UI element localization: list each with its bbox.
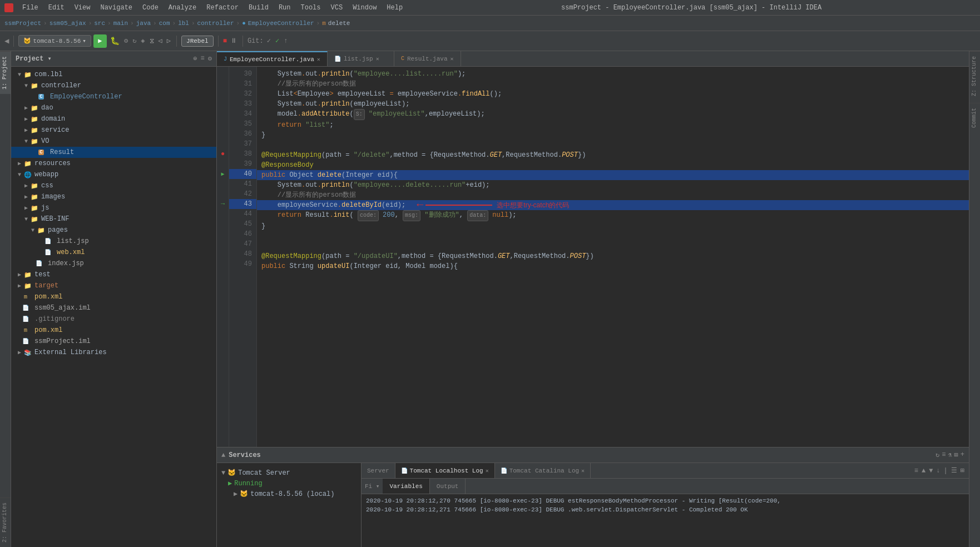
tree-item-webapp[interactable]: ▼ 🌐 webapp <box>11 169 216 180</box>
project-tab[interactable]: 1: Project <box>0 51 11 94</box>
profile-icon[interactable]: ⧖ <box>150 37 154 45</box>
var-tab-output[interactable]: Output <box>430 479 466 494</box>
tree-item-indexjsp[interactable]: 📄 index.jsp <box>11 258 216 269</box>
log-content[interactable]: 2020-10-19 20:28:12,270 745665 [io-8080-… <box>362 494 969 547</box>
back-btn[interactable]: ◀ <box>4 36 9 46</box>
services-filter-icon[interactable]: ⚗ <box>948 451 952 459</box>
close-tab-0[interactable]: ✕ <box>317 56 320 63</box>
close-log-tab[interactable]: ✕ <box>486 468 489 474</box>
tree-item-domain[interactable]: ▶ 📁 domain <box>11 113 216 125</box>
crumb-src[interactable]: src <box>94 20 105 27</box>
menu-file[interactable]: File <box>18 3 43 13</box>
close-tab-1[interactable]: ✕ <box>376 56 379 62</box>
crumb-main[interactable]: main <box>113 20 128 27</box>
menu-view[interactable]: View <box>70 3 95 13</box>
tree-item-controller[interactable]: ▼ 📁 controller <box>11 80 216 91</box>
tree-item-test[interactable]: ▶ 📁 test <box>11 269 216 280</box>
debug-icon[interactable]: 🐛 <box>110 36 120 46</box>
tree-item-css[interactable]: ▶ 📁 css <box>11 180 216 191</box>
tree-item-extlibs[interactable]: ▶ 📚 External Libraries <box>11 347 216 358</box>
services-sort-icon[interactable]: ≡ <box>942 451 946 459</box>
menu-code[interactable]: Code <box>138 3 163 13</box>
crumb-lbl[interactable]: lbl <box>178 20 189 27</box>
log-icon5[interactable]: | <box>944 467 948 475</box>
server-running-item[interactable]: ▶ Running <box>217 478 361 489</box>
add-icon[interactable]: ⊕ <box>193 54 197 63</box>
tree-item-images[interactable]: ▶ 📁 images <box>11 191 216 202</box>
tree-item-gitignore[interactable]: 📄 .gitignore <box>11 314 216 325</box>
crumb-controller[interactable]: controller <box>197 20 234 27</box>
git-push-icon[interactable]: ↑ <box>284 37 288 45</box>
tree-item-webinf[interactable]: ▼ 📁 WEB-INF <box>11 213 216 225</box>
tree-item-result[interactable]: C Result <box>11 147 216 158</box>
services-refresh-icon[interactable]: ↻ <box>936 451 939 459</box>
crumb-java[interactable]: java <box>136 20 151 27</box>
tree-item-js[interactable]: ▶ 📁 js <box>11 202 216 213</box>
var-tab-variables[interactable]: Variables <box>383 479 429 494</box>
tree-item-resources[interactable]: ▶ 📁 resources <box>11 158 216 169</box>
coverage-icon[interactable]: ◈ <box>141 37 145 45</box>
log-icon7[interactable]: ⊞ <box>961 466 964 475</box>
commit-tab[interactable]: Commit <box>969 103 980 132</box>
log-tab-localhost[interactable]: 📄 Tomcat Localhost Log ✕ <box>395 463 495 478</box>
tree-item-employeecontroller[interactable]: C EmployeeController <box>11 91 216 102</box>
build-icon[interactable]: ⚙ <box>124 37 128 45</box>
services-add-icon[interactable]: + <box>961 451 964 459</box>
jrebel-button[interactable]: JRebel <box>181 36 214 47</box>
left-arrow-icon[interactable]: ◁ <box>159 37 162 45</box>
tab-listjsp[interactable]: 📄 list.jsp ✕ <box>328 51 394 66</box>
log-tab-server[interactable]: Server <box>362 463 395 478</box>
crumb-com[interactable]: com <box>159 20 170 27</box>
tree-item-comlbl[interactable]: ▼ 📁 com.lbl <box>11 69 216 80</box>
settings-icon[interactable]: ⚙ <box>208 54 212 63</box>
menu-edit[interactable]: Edit <box>44 3 69 13</box>
tab-result[interactable]: C Result.java ✕ <box>394 51 461 66</box>
pause-icon[interactable]: ⏸ <box>230 37 237 45</box>
tree-item-service[interactable]: ▶ 📁 service <box>11 125 216 136</box>
tomcat-selector[interactable]: 🐱 tomcat-8.5.56 ▾ <box>18 35 91 47</box>
log-icon2[interactable]: ▲ <box>922 467 925 475</box>
tab-employeecontroller[interactable]: J EmployeeController.java ✕ <box>217 51 328 66</box>
server-instance-item[interactable]: ▶ 🐱 tomcat-8.5.56 (local) <box>217 489 361 499</box>
menu-help[interactable]: Help <box>382 3 407 13</box>
server-item-tomcat[interactable]: ▼ 🐱 Tomcat Server <box>217 468 361 478</box>
log-icon3[interactable]: ▼ <box>929 467 933 475</box>
favorites-tab[interactable]: 2: Favorites <box>0 498 11 547</box>
menu-build[interactable]: Build <box>244 3 273 13</box>
log-icon6[interactable]: ☰ <box>951 466 957 475</box>
tree-item-target[interactable]: ▶ 📁 target <box>11 280 216 291</box>
log-icon1[interactable]: ≡ <box>914 467 918 475</box>
crumb-class[interactable]: EmployeeController <box>248 20 314 27</box>
close-tab-2[interactable]: ✕ <box>451 56 454 62</box>
tree-item-listjsp[interactable]: 📄 list.jsp <box>11 236 216 247</box>
tree-item-webxml[interactable]: 📄 web.xml <box>11 247 216 258</box>
menu-vcs[interactable]: VCS <box>326 3 348 13</box>
tree-item-vo[interactable]: ▼ 📁 VO <box>11 136 216 147</box>
git-commit-icon[interactable]: ✓ <box>275 37 279 45</box>
stop-icon[interactable]: ■ <box>223 37 227 45</box>
run-button[interactable]: ▶ <box>93 34 107 48</box>
tree-item-pomxml2[interactable]: m pom.xml <box>11 325 216 336</box>
log-icon4[interactable]: ↓ <box>936 467 940 475</box>
tree-item-pomxml[interactable]: m pom.xml <box>11 291 216 302</box>
menu-run[interactable]: Run <box>274 3 295 13</box>
crumb-project[interactable]: ssmProject <box>4 20 41 27</box>
collapse-icon[interactable]: ≡ <box>201 54 205 63</box>
code-content[interactable]: System.out.println("employee....list....… <box>257 67 969 447</box>
menu-tools[interactable]: Tools <box>296 3 325 13</box>
menu-analyze[interactable]: Analyze <box>164 3 201 13</box>
tree-item-ssmiml[interactable]: 📄 ssmProject.iml <box>11 336 216 347</box>
tree-item-dao[interactable]: ▶ 📁 dao <box>11 102 216 113</box>
reload-icon[interactable]: ↻ <box>132 37 136 45</box>
menu-navigate[interactable]: Navigate <box>96 3 137 13</box>
tree-item-iml[interactable]: 📄 ssm05_ajax.iml <box>11 302 216 314</box>
close-catalina-tab[interactable]: ✕ <box>581 468 585 474</box>
tree-item-pages[interactable]: ▼ 📁 pages <box>11 225 216 236</box>
git-check-icon[interactable]: ✓ <box>267 37 271 45</box>
services-collapse-icon[interactable]: ▲ <box>221 451 225 459</box>
right-arrow-icon[interactable]: ▷ <box>167 37 171 45</box>
log-tab-catalina[interactable]: 📄 Tomcat Catalina Log ✕ <box>495 463 591 478</box>
menu-refactor[interactable]: Refactor <box>202 3 243 13</box>
services-group-icon[interactable]: ⊞ <box>954 451 958 459</box>
structure-tab[interactable]: Z: Structure <box>969 51 980 101</box>
